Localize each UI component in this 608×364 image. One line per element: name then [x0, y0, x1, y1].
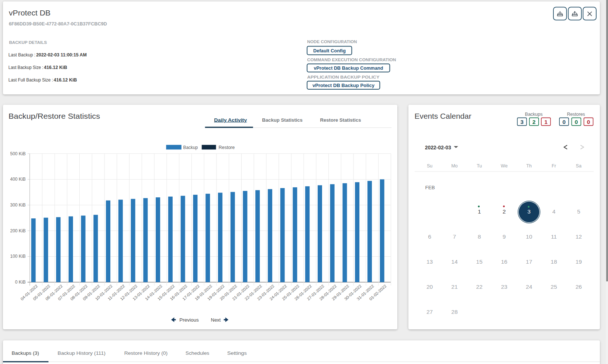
svg-text:Default Config: Default Config: [313, 48, 346, 53]
svg-text:10: 10: [526, 233, 532, 240]
svg-text:Backup History (111): Backup History (111): [58, 350, 106, 356]
svg-text:16: 16: [501, 259, 507, 265]
svg-text:COMMAND EXECUTION CONFIGURATIO: COMMAND EXECUTION CONFIGURATION: [307, 58, 396, 62]
svg-text:1: 1: [478, 208, 481, 215]
svg-text:Last Backup Size :: Last Backup Size :: [8, 65, 44, 70]
svg-text:Restore Statistics: Restore Statistics: [320, 117, 361, 123]
svg-text:25: 25: [551, 284, 557, 290]
svg-text:0: 0: [562, 119, 566, 125]
svg-text:Restore History (0): Restore History (0): [124, 350, 168, 356]
svg-text:1: 1: [544, 119, 547, 125]
svg-text:2: 2: [502, 208, 506, 215]
svg-text:300 KiB: 300 KiB: [10, 202, 25, 208]
svg-text:2: 2: [532, 119, 536, 125]
svg-text:Tu: Tu: [477, 163, 482, 169]
svg-text:17: 17: [526, 259, 532, 265]
svg-text:APPLICATION BACKUP POLICY: APPLICATION BACKUP POLICY: [307, 75, 380, 79]
svg-text:11: 11: [551, 233, 557, 240]
svg-text:Restore: Restore: [219, 145, 235, 150]
svg-text:Mo: Mo: [451, 163, 457, 169]
svg-text:19: 19: [576, 259, 582, 265]
svg-text:Previous: Previous: [179, 317, 199, 323]
svg-text:Backup: Backup: [183, 145, 198, 150]
svg-text:24: 24: [526, 284, 532, 290]
svg-text:26: 26: [576, 284, 582, 290]
svg-text:Backup/Restore Statistics: Backup/Restore Statistics: [8, 112, 100, 120]
svg-text:FEB: FEB: [425, 185, 435, 190]
svg-text:8: 8: [478, 233, 481, 240]
svg-text:13: 13: [426, 259, 433, 265]
svg-text:vProtect DB Backup Policy: vProtect DB Backup Policy: [312, 83, 375, 88]
svg-text:Settings: Settings: [227, 350, 247, 356]
svg-text:Next: Next: [211, 317, 221, 323]
svg-text:7: 7: [453, 233, 456, 240]
svg-text:100 KiB: 100 KiB: [10, 254, 25, 259]
svg-text:Sa: Sa: [576, 163, 581, 169]
svg-text:Schedules: Schedules: [186, 350, 210, 356]
svg-text:Backups: Backups: [525, 112, 543, 117]
svg-text:Restores: Restores: [567, 112, 585, 117]
svg-text:12: 12: [576, 233, 582, 240]
svg-text:vProtect DB Backup Command: vProtect DB Backup Command: [314, 65, 383, 71]
svg-text:2022-02-03 11:00:15 AM: 2022-02-03 11:00:15 AM: [36, 52, 87, 58]
svg-text:3: 3: [528, 208, 531, 215]
svg-text:3: 3: [520, 119, 524, 125]
svg-text:We: We: [501, 163, 508, 169]
svg-text:20: 20: [426, 284, 433, 290]
svg-text:Last Full Backup Size :: Last Full Backup Size :: [8, 77, 53, 83]
svg-text:5: 5: [577, 208, 580, 215]
svg-text:18: 18: [551, 259, 557, 265]
svg-text:Su: Su: [427, 163, 432, 169]
svg-text:Fr: Fr: [552, 163, 556, 169]
svg-text:2022-02-03: 2022-02-03: [425, 144, 451, 150]
svg-text:Backups (3): Backups (3): [11, 350, 39, 356]
svg-text:Events Calendar: Events Calendar: [415, 112, 471, 120]
svg-text:14: 14: [451, 259, 458, 265]
svg-text:4: 4: [552, 208, 556, 215]
svg-text:416.12 KiB: 416.12 KiB: [54, 77, 77, 83]
svg-text:BACKUP DETAILS: BACKUP DETAILS: [9, 40, 47, 45]
svg-text:22: 22: [476, 284, 483, 290]
svg-text:15: 15: [476, 259, 483, 265]
svg-text:Last Backup :: Last Backup :: [8, 52, 35, 58]
svg-text:416.12 KiB: 416.12 KiB: [44, 65, 67, 70]
svg-text:200 KiB: 200 KiB: [10, 228, 25, 233]
svg-text:Th: Th: [526, 163, 532, 169]
svg-text:6F86DD39-B50E-4772-80A7-0C1B37: 6F86DD39-B50E-4772-80A7-0C1B37FCBC9D: [9, 21, 107, 27]
svg-text:vProtect DB: vProtect DB: [9, 8, 51, 17]
svg-text:27: 27: [426, 309, 433, 315]
svg-text:21: 21: [451, 284, 457, 290]
svg-text:9: 9: [502, 233, 506, 240]
svg-text:28: 28: [451, 309, 457, 315]
svg-text:6: 6: [428, 233, 431, 240]
svg-text:Backup Statistics: Backup Statistics: [262, 117, 303, 123]
svg-text:500 KiB: 500 KiB: [10, 151, 25, 156]
svg-text:400 KiB: 400 KiB: [10, 177, 25, 182]
svg-text:NODE CONFIGURATION: NODE CONFIGURATION: [307, 39, 357, 44]
svg-text:0 KiB: 0 KiB: [15, 280, 26, 285]
svg-text:0: 0: [575, 119, 578, 125]
svg-text:0: 0: [587, 119, 590, 125]
svg-text:Daily Activity: Daily Activity: [214, 117, 247, 123]
svg-text:23: 23: [501, 284, 507, 290]
